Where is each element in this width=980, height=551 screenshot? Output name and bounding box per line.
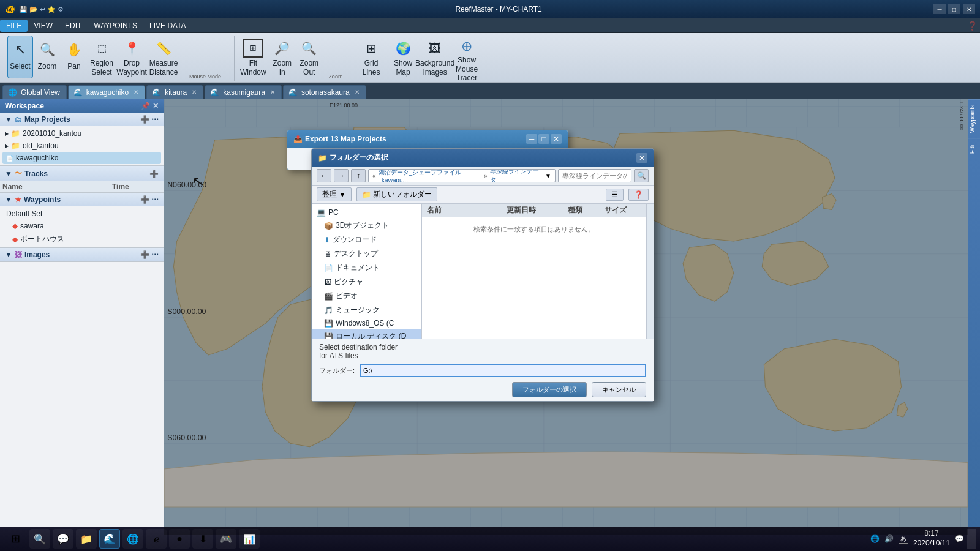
folder-scrollbar[interactable] — [646, 204, 654, 339]
map-projects-header[interactable]: ▼ 🗂 Map Projects ➕ ⋯ — [0, 113, 164, 126]
tab-kitaura-close[interactable]: ✕ — [192, 89, 197, 96]
right-panel-edit[interactable]: Edit — [968, 138, 980, 159]
add-waypoint-icon[interactable]: ➕ — [140, 195, 149, 204]
background-images-button[interactable]: 🖼 BackgroundImages — [420, 36, 450, 78]
images-header[interactable]: ▼ 🖼 Images ➕ ⋯ — [0, 248, 164, 261]
folder-search-input[interactable] — [558, 169, 631, 182]
taskbar-explorer-button[interactable]: 📁 — [76, 529, 97, 549]
folder-help-icon: ❓ — [634, 190, 643, 199]
taskbar-show-desktop[interactable] — [967, 529, 976, 549]
folder-manage-button[interactable]: 整理 ▼ — [317, 187, 352, 201]
taskbar-start-button[interactable]: ⊞ — [4, 529, 27, 549]
folder-search-button[interactable]: 🔍 — [634, 169, 649, 182]
folder-manage-dropdown-icon: ▼ — [339, 190, 346, 199]
map-area[interactable]: N060.00.00 S000.00.00 S060.00.00 ↖ E246.… — [164, 99, 968, 535]
project-20201010-kantou[interactable]: ▶ 📁 20201010_kantou — [2, 127, 161, 140]
waypoint-bortohausu-icon: ◆ — [12, 235, 18, 244]
tab-kasumigaura[interactable]: 🌊 kasumigaura ✕ — [205, 85, 282, 99]
menu-waypoints[interactable]: WAYPOINTS — [88, 20, 143, 32]
tab-sotonasakaura[interactable]: 🌊 sotonasakaura ✕ — [283, 85, 366, 99]
minimize-button[interactable]: ─ — [933, 4, 946, 14]
menu-view[interactable]: VIEW — [28, 20, 59, 32]
project-kawaguchiko[interactable]: 📄 kawaguchiko — [2, 152, 161, 164]
tab-kawaguchiko-close[interactable]: ✕ — [134, 89, 138, 96]
tab-kasumigaura-close[interactable]: ✕ — [270, 89, 275, 96]
tray-volume-icon: 🔊 — [884, 534, 894, 543]
export-dialog-close[interactable]: ✕ — [551, 134, 562, 144]
folder-help-button[interactable]: ❓ — [628, 189, 649, 201]
menu-file[interactable]: FILE — [0, 20, 28, 32]
tree-videos[interactable]: 🎬 ビデオ — [312, 289, 421, 303]
grid-lines-button[interactable]: ⊞ GridLines — [356, 36, 386, 78]
add-track-icon[interactable]: ➕ — [149, 170, 159, 178]
taskbar-ie-button[interactable]: ℯ — [146, 529, 167, 549]
zoom-in-button[interactable]: 🔎 ZoomIn — [270, 36, 295, 78]
tree-desktop-icon: 🖥 — [324, 250, 331, 258]
fit-window-button[interactable]: ⊞ FitWindow — [238, 36, 268, 78]
tracks-header[interactable]: ▼ 〜 Tracks ➕ — [0, 166, 164, 181]
folder-path-dropdown-icon[interactable]: ▼ — [545, 173, 551, 179]
folder-view-button[interactable]: ☰ — [606, 189, 624, 201]
folder-nav-back[interactable]: ← — [317, 169, 331, 182]
waypoints-header[interactable]: ▼ ★ Waypoints ➕ ⋯ — [0, 193, 164, 206]
show-map-button[interactable]: 🌍 ShowMap — [388, 36, 418, 78]
folder-path-input[interactable] — [360, 364, 646, 377]
tracks-section: ▼ 〜 Tracks ➕ Name Time — [0, 166, 164, 193]
add-project-icon[interactable]: ➕ — [140, 115, 149, 124]
waypoint-sawara[interactable]: ◆ sawara — [2, 220, 161, 232]
tab-sotonasakaura-close[interactable]: ✕ — [355, 89, 360, 96]
select-button[interactable]: ↖ Select — [7, 36, 33, 78]
images-more-icon[interactable]: ⋯ — [151, 250, 159, 259]
zoom-out-button[interactable]: 🔍 ZoomOut — [296, 36, 322, 78]
folder-content: 💻 PC 📦 3Dオブジェクト ⬇ ダウンロード 🖥 — [312, 204, 654, 339]
more-icon[interactable]: ⋯ — [151, 115, 159, 124]
tree-pc[interactable]: 💻 PC — [312, 206, 421, 219]
folder-path-bar[interactable]: « 湖沼データ_シェープファイル_kawagu... » 専深線ラインデータ ▼ — [368, 169, 556, 182]
tab-global-view[interactable]: 🌐 Global View — [2, 85, 67, 99]
drop-waypoint-button[interactable]: 📍 DropWaypoint — [116, 36, 147, 78]
project-old-kantou[interactable]: ▶ 📁 old_kantou — [2, 140, 161, 152]
tree-desktop[interactable]: 🖥 デスクトップ — [312, 247, 421, 261]
region-select-button[interactable]: ⬚ RegionSelect — [88, 36, 115, 78]
tab-kawaguchiko[interactable]: 🌊 kawaguchiko ✕ — [68, 85, 145, 99]
close-button[interactable]: ✕ — [963, 4, 975, 14]
folder-tree[interactable]: 💻 PC 📦 3Dオブジェクト ⬇ ダウンロード 🖥 — [312, 204, 422, 339]
folder-cancel-button[interactable]: キャンセル — [592, 382, 646, 397]
taskbar-search-button[interactable]: 🔍 — [29, 529, 50, 549]
tree-windows-os[interactable]: 💾 Windows8_OS (C — [312, 317, 421, 329]
folder-nav-up[interactable]: ↑ — [351, 169, 366, 182]
tab-global-view-label: Global View — [21, 88, 60, 97]
tree-3d-objects[interactable]: 📦 3Dオブジェクト — [312, 219, 421, 233]
waypoints-default-set[interactable]: Default Set — [2, 208, 161, 220]
taskbar-edge-button[interactable]: 🌐 — [123, 529, 143, 549]
menu-live-data[interactable]: LIVE DATA — [143, 20, 192, 32]
tree-downloads[interactable]: ⬇ ダウンロード — [312, 233, 421, 247]
folder-file-list[interactable]: 名前 更新日時 種類 サイズ 検索条件に一致する項目はありません。 — [422, 204, 646, 339]
workspace-close-icon[interactable]: ✕ — [153, 102, 159, 110]
tree-documents[interactable]: 📄 ドキュメント — [312, 261, 421, 275]
waypoints-more-icon[interactable]: ⋯ — [151, 195, 159, 204]
maximize-button[interactable]: □ — [948, 4, 960, 14]
folder-dialog-close[interactable]: ✕ — [636, 153, 647, 163]
add-image-icon[interactable]: ➕ — [140, 250, 149, 259]
tab-kitaura[interactable]: 🌊 kitaura ✕ — [146, 85, 203, 99]
taskbar-reefmaster-button[interactable]: 🌊 — [99, 529, 120, 549]
show-mouse-tracer-button[interactable]: ⊕ Show MouseTracer — [451, 36, 482, 78]
waypoint-bortohausu[interactable]: ◆ ボートハウス — [2, 232, 161, 246]
workspace-pin-icon[interactable]: 📌 — [141, 102, 150, 110]
zoom-button[interactable]: 🔍 Zoom — [34, 36, 60, 78]
export-dialog-minimize[interactable]: ─ — [526, 134, 537, 144]
pan-button[interactable]: ✋ Pan — [61, 36, 87, 78]
folder-nav-forward[interactable]: → — [334, 169, 349, 182]
right-panel-waypoints[interactable]: Waypoints — [968, 99, 980, 138]
menu-edit[interactable]: EDIT — [59, 20, 88, 32]
export-dialog-maximize[interactable]: □ — [538, 134, 549, 144]
measure-distance-button[interactable]: 📏 MeasureDistance — [148, 36, 179, 78]
folder-new-folder-button[interactable]: 📁 新しいフォルダー — [356, 187, 437, 201]
tree-pictures[interactable]: 🖼 ピクチャ — [312, 275, 421, 289]
folder-select-button[interactable]: フォルダーの選択 — [512, 382, 587, 397]
tree-local-disk[interactable]: 💾 ローカル ディスク (D — [312, 329, 421, 339]
taskbar-cortana-button[interactable]: 💬 — [53, 529, 74, 549]
tree-music[interactable]: 🎵 ミュージック — [312, 303, 421, 317]
tray-notifications-icon[interactable]: 💬 — [955, 534, 964, 543]
